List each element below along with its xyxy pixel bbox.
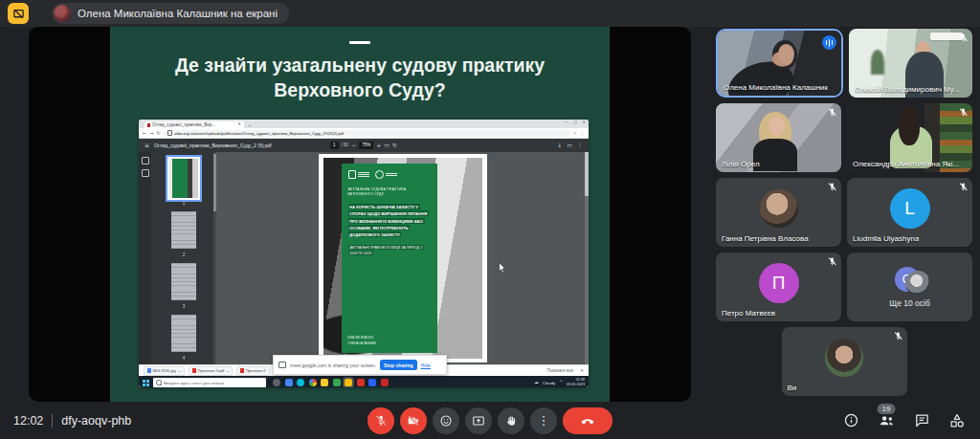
participant-row: П Петро Матвєєв O Ще 10 осіб	[716, 252, 972, 321]
new-tab-icon: +	[248, 124, 252, 129]
avatar	[760, 189, 798, 228]
mic-toggle-button[interactable]	[368, 407, 394, 434]
pdf-thumbnail-4: 4	[167, 312, 200, 361]
logo-text-lines	[386, 173, 397, 176]
raise-hand-icon	[504, 414, 518, 428]
participant-tile-oleksandra[interactable]: Олександра Анатоліївна Які...	[847, 103, 972, 172]
tray-expand-icon: ^	[559, 381, 563, 385]
cover-author: ОЛЕНА КАЛАШНИК	[348, 341, 431, 347]
cover-headline: НА КОРИСТЬ ШУКАЧІВ ЗАХИСТУ У СПОРАХ ЩОДО…	[348, 204, 431, 238]
forward-icon: →	[149, 131, 153, 136]
screen-share-notification: meet.google.com is sharing your screen. …	[273, 355, 447, 375]
tray-clock: 11:58 09.05.2023	[567, 378, 585, 386]
mic-off-icon	[827, 256, 837, 267]
present-screen-button[interactable]	[465, 407, 492, 434]
logo-text-lines	[358, 172, 369, 176]
pdf-thumbnail-panel: 1 2 3 4	[151, 152, 216, 364]
taskbar-app-icon	[321, 379, 328, 386]
presentation-indicator-button[interactable]	[8, 3, 29, 24]
pdf-toolbar-actions: ↓ ▭ ⋮	[557, 143, 583, 148]
overflow-participants-tile[interactable]: O Ще 10 осіб	[847, 252, 972, 321]
divider	[52, 414, 53, 428]
pdf-scrollbar	[585, 152, 589, 364]
more-options-icon: ⋮	[538, 414, 550, 427]
downloads-show-all: Показати все	[547, 368, 574, 373]
taskbar-app-icon	[309, 379, 317, 386]
chat-button[interactable]	[912, 411, 931, 430]
call-controls: ⋮	[368, 407, 612, 434]
raise-hand-button[interactable]	[498, 407, 524, 434]
print-icon: ▭	[567, 143, 572, 148]
image-file-icon	[147, 368, 151, 373]
cloud-icon: ☁	[534, 381, 539, 385]
taskbar-app-icon	[273, 379, 280, 386]
show-everyone-button[interactable]: 19	[877, 411, 896, 430]
taskbar-system-tray: ☁ Cloudy ^ 11:58 09.05.2023	[534, 378, 585, 386]
avatar: L	[890, 188, 930, 229]
participant-tile-oleksii[interactable]: Олексій Володимирович Му...	[849, 29, 972, 98]
cover-logos	[348, 170, 431, 179]
participant-name: Петро Матвєєв	[722, 309, 775, 318]
self-label: Ви	[788, 384, 797, 392]
screen-icon	[278, 362, 286, 368]
cover-subline-text: (АКТУАЛЬНІ ПРАВОВІ ПОЗИЦІЇ ЗА ПЕРІОД З 2…	[348, 245, 424, 255]
participant-row: Лілія Орел Олександра Анатоліївна Які...	[716, 103, 972, 172]
bookmark-star-icon: ☆	[573, 131, 577, 136]
pdf-thumbnail-2: 2	[167, 209, 200, 257]
meeting-details-button[interactable]	[841, 411, 860, 430]
download-filename: IMG-9135.jpg	[153, 368, 176, 373]
thumbnail-number: 1	[183, 201, 186, 206]
participant-tile-hanna[interactable]: Ганна Петрівна Власова	[716, 178, 841, 247]
tab-close-icon: ✕	[237, 122, 241, 127]
participant-name: Олексій Володимирович Му...	[855, 85, 960, 94]
download-chip: Протокол 2	[236, 366, 269, 376]
clock-time: 12:02	[13, 414, 43, 428]
activities-button[interactable]	[947, 411, 967, 430]
downloads-close-icon: ✕	[580, 368, 584, 373]
logo-emblem	[348, 170, 369, 179]
pdf-sidebar-toggle-icon: ≡	[145, 143, 149, 148]
taskbar-app-icons	[273, 379, 389, 386]
camera-toggle-button[interactable]	[400, 407, 427, 434]
thumbnail-number: 4	[183, 356, 186, 361]
taskbar-app-icon	[285, 379, 293, 386]
participant-tile-liudmila[interactable]: L Liudmila Ulyashyna	[847, 178, 972, 247]
download-chip: Протокол 2.pdf ⌄	[189, 366, 233, 376]
fit-page-icon: ▭	[384, 143, 390, 148]
thumbnail-page-image	[167, 363, 200, 364]
reactions-button[interactable]	[433, 407, 459, 434]
participant-tile-olena[interactable]: Олена Миколаївна Калашник	[716, 29, 843, 98]
thumbnail-number: 2	[183, 252, 186, 257]
zoom-in-icon: +	[376, 143, 381, 148]
pdf-page: АКТУАЛЬНА СУДОВА ПРАКТИКА ВЕРХОВНОГО СУД…	[319, 154, 487, 362]
camera-off-icon	[407, 414, 420, 428]
mic-off-icon	[958, 182, 969, 192]
download-filename: Протокол 2.pdf	[198, 368, 225, 373]
thumbnail-page-image	[167, 312, 200, 355]
end-call-icon	[580, 413, 595, 428]
more-options-button[interactable]: ⋮	[530, 407, 557, 434]
shared-screen-stage[interactable]: Де знайти узагальнену судову практику Ве…	[29, 27, 691, 402]
self-view-tile[interactable]: Ви	[782, 327, 907, 396]
meeting-panels: 19	[841, 402, 967, 439]
cover-kicker: АКТУАЛЬНА СУДОВА ПРАКТИКА ВЕРХОВНОГО СУД…	[348, 187, 431, 198]
mic-off-icon	[827, 182, 837, 192]
presenter-chip[interactable]: Олена Миколаївна Калашник на екрані	[52, 3, 289, 24]
logo-emblem	[375, 170, 397, 179]
browser-window-screenshot: Огляд_судової_практики_Вер... ✕ + — ▢ ✕ …	[139, 120, 589, 387]
emoji-smile-icon	[439, 414, 453, 428]
chevron-down-icon: ⌄	[178, 368, 181, 373]
participant-name: Лілія Орел	[722, 160, 760, 168]
presentation-slide: Де знайти узагальнену судову практику Ве…	[110, 27, 610, 402]
participant-tile-lilia[interactable]: Лілія Орел	[716, 103, 841, 172]
leave-call-button[interactable]	[563, 407, 612, 434]
share-notification-text: meet.google.com is sharing your screen.	[290, 362, 376, 368]
meeting-code: dfy-aoqv-phb	[61, 414, 131, 428]
pdf-thumbnail-5	[167, 363, 200, 364]
pdf-toolbar: ≡ Огляд_судової_практики_Верховного_Суду…	[139, 139, 589, 152]
presenter-name: Олена Миколаївна Калашник на екрані	[78, 8, 278, 19]
minimize-icon: —	[564, 121, 568, 125]
participant-tile-petro[interactable]: П Петро Матвєєв	[716, 252, 841, 321]
thumbnail-number: 3	[183, 304, 186, 309]
download-filename: Протокол 2	[246, 368, 266, 373]
